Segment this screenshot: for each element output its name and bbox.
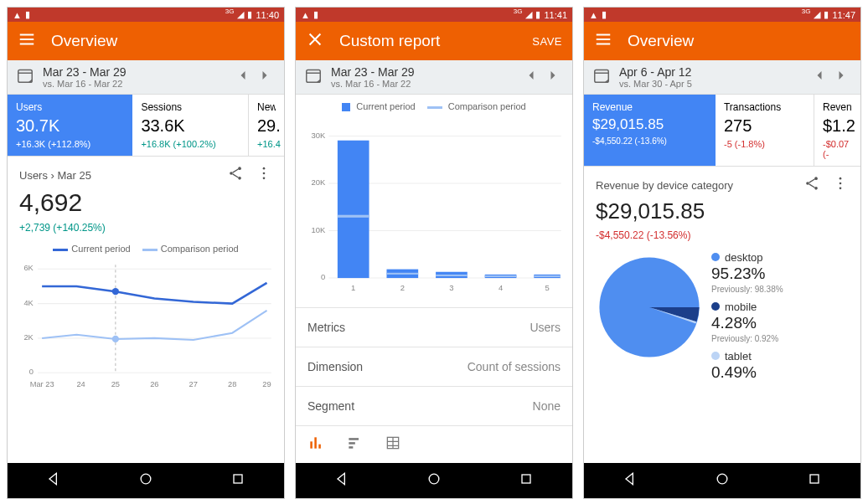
calendar-icon — [304, 66, 323, 88]
svg-point-25 — [141, 474, 151, 484]
table-view-icon[interactable] — [385, 435, 401, 455]
share-icon[interactable] — [215, 165, 244, 185]
next-period-button[interactable] — [254, 67, 276, 87]
nav-home-icon[interactable] — [714, 471, 731, 491]
metric-label: New u — [257, 101, 276, 113]
svg-text:30K: 30K — [311, 131, 325, 140]
metric-delta: -$0.07 (- — [823, 139, 852, 159]
svg-point-68 — [717, 474, 727, 484]
menu-icon[interactable] — [18, 30, 36, 52]
svg-rect-27 — [307, 70, 321, 83]
next-period-button[interactable] — [542, 67, 564, 87]
svg-text:25: 25 — [111, 380, 120, 388]
sd-card-icon: ▮ — [602, 9, 607, 20]
opt-label: Segment — [307, 399, 354, 413]
metric-card-users[interactable]: Users 30.7K +16.3K (+112.8%) — [8, 95, 132, 157]
svg-rect-56 — [349, 446, 353, 449]
option-dimension[interactable]: Dimension Count of sessions — [296, 347, 572, 386]
svg-rect-51 — [310, 441, 313, 448]
svg-text:27: 27 — [189, 380, 198, 388]
line-chart[interactable]: 6K 4K 2K 0 Mar 232425 26272829 — [8, 260, 284, 394]
pie-chart[interactable] — [591, 249, 708, 392]
date-range-label: Apr 6 - Apr 12 — [619, 65, 809, 79]
share-icon[interactable] — [792, 175, 820, 195]
svg-rect-54 — [349, 438, 359, 440]
svg-text:Mar 23: Mar 23 — [30, 380, 54, 388]
legend-prev: Previously: 98.38% — [711, 285, 854, 294]
nav-back-icon[interactable] — [333, 471, 350, 491]
status-bar: ▲▮ 3G◢▮11:41 — [296, 8, 572, 22]
svg-text:4: 4 — [499, 283, 503, 292]
legend-primary: Current period — [356, 101, 415, 111]
app-bar: Overview — [584, 22, 860, 60]
prev-period-button[interactable] — [520, 67, 542, 87]
date-range-selector[interactable]: Apr 6 - Apr 12 vs. Mar 30 - Apr 5 — [584, 60, 860, 95]
nav-home-icon[interactable] — [137, 471, 154, 491]
prev-period-button[interactable] — [232, 67, 254, 87]
metric-delta: -5 (-1.8%) — [724, 139, 805, 149]
network-indicator: 3G — [802, 8, 811, 15]
svg-rect-60 — [595, 70, 609, 83]
svg-rect-53 — [318, 445, 321, 449]
more-icon[interactable] — [820, 175, 849, 195]
svg-rect-39 — [386, 273, 418, 275]
metric-label: Users — [16, 101, 124, 113]
svg-text:29: 29 — [262, 380, 271, 388]
bar-view-icon[interactable] — [307, 435, 324, 455]
warning-icon: ▲ — [13, 10, 22, 20]
detail-delta: -$4,550.22 (-13.56%) — [596, 229, 849, 241]
date-range-selector[interactable]: Mar 23 - Mar 29 vs. Mar 16 - Mar 22 — [296, 60, 572, 95]
svg-text:0: 0 — [321, 272, 325, 281]
android-nav-bar — [296, 463, 572, 498]
metric-card-transactions[interactable]: Transactions 275 -5 (-1.8%) — [716, 95, 814, 167]
opt-label: Dimension — [307, 360, 363, 373]
svg-text:28: 28 — [228, 380, 236, 388]
legend-pct: 95.23% — [711, 265, 854, 283]
metric-card-revenue[interactable]: Revenue $29,015.85 -$4,550.22 (-13.6%) — [584, 95, 716, 167]
metric-card-newusers-cut[interactable]: New u 29. +16.4 — [249, 95, 284, 157]
app-bar: Custom report SAVE — [296, 22, 572, 60]
android-nav-bar — [584, 463, 860, 498]
svg-point-65 — [840, 183, 842, 185]
nav-home-icon[interactable] — [426, 471, 442, 491]
date-compare-label: vs. Mar 16 - Mar 22 — [331, 79, 520, 89]
close-icon[interactable] — [306, 30, 324, 52]
metric-label: Sessions — [141, 101, 240, 113]
status-bar: ▲ ▮ 3G ◢ ▮ 11:40 — [8, 8, 284, 22]
svg-rect-26 — [234, 475, 242, 483]
nav-recent-icon[interactable] — [518, 471, 535, 491]
signal-icon: ◢ — [525, 9, 532, 20]
metric-delta: +16.3K (+112.8%) — [16, 139, 124, 149]
legend-secondary: Comparison period — [161, 244, 239, 254]
metric-cards-row: Revenue $29,015.85 -$4,550.22 (-13.6%) T… — [584, 95, 860, 167]
app-title: Overview — [628, 32, 850, 50]
nav-back-icon[interactable] — [45, 471, 62, 491]
menu-icon[interactable] — [594, 30, 612, 52]
legend-desktop: desktop 95.23% Previously: 98.38% — [711, 249, 854, 294]
bar-chart[interactable]: 30K 20K 10K 0 12345 — [296, 115, 572, 307]
metric-card-sessions[interactable]: Sessions 33.6K +16.8K (+100.2%) — [132, 95, 249, 157]
option-segment[interactable]: Segment None — [296, 386, 572, 425]
more-icon[interactable] — [244, 165, 272, 185]
phone-3: ▲▮ 3G◢▮11:47 Overview Apr 6 - Apr 12 vs.… — [583, 7, 861, 499]
date-compare-label: vs. Mar 30 - Apr 5 — [619, 79, 809, 89]
nav-back-icon[interactable] — [622, 471, 638, 491]
app-bar: Overview — [8, 22, 284, 60]
next-period-button[interactable] — [830, 67, 852, 87]
prev-period-button[interactable] — [809, 67, 830, 87]
svg-rect-59 — [522, 475, 530, 483]
nav-recent-icon[interactable] — [806, 471, 823, 491]
legend-name: desktop — [725, 251, 763, 264]
warning-icon: ▲ — [589, 10, 598, 20]
network-indicator: 3G — [225, 8, 235, 15]
opt-value: None — [533, 399, 561, 413]
nav-recent-icon[interactable] — [230, 471, 246, 491]
save-button[interactable]: SAVE — [532, 35, 562, 48]
svg-point-61 — [814, 177, 818, 180]
option-metrics[interactable]: Metrics Users — [296, 307, 572, 347]
hbar-view-icon[interactable] — [346, 435, 363, 455]
detail-breadcrumb: Users › Mar 25 — [19, 169, 91, 182]
svg-rect-0 — [18, 70, 33, 83]
metric-card-cut[interactable]: Revenue $1.2 -$0.07 (- — [814, 95, 860, 167]
date-range-selector[interactable]: Mar 23 - Mar 29 vs. Mar 16 - Mar 22 — [8, 60, 284, 95]
